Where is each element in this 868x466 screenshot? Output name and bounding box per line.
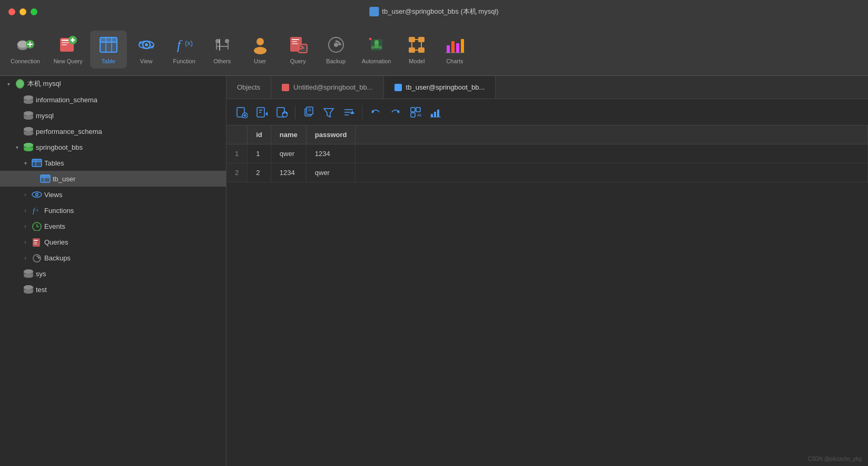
col-row-num — [226, 125, 248, 144]
toolbar-view[interactable]: View — [128, 31, 165, 69]
user-label: User — [254, 58, 266, 64]
cell-row-1-num: 1 — [226, 144, 248, 163]
model-icon — [407, 35, 427, 55]
others-label: Others — [213, 58, 231, 64]
svg-rect-58 — [447, 45, 450, 53]
backups-icon — [32, 253, 42, 263]
chevron-events — [21, 222, 29, 230]
perf-schema-label: performance_schema — [36, 128, 102, 135]
toolbar-charts[interactable]: Charts — [436, 31, 473, 69]
tabs-bar: Objects Untitled@springboot_bb... tb_use… — [226, 76, 868, 99]
toolbar-connection[interactable]: Connection — [4, 31, 46, 69]
svg-rect-59 — [451, 41, 455, 53]
query-label: Query — [290, 58, 306, 64]
functions-icon: f x — [32, 205, 42, 216]
redo-btn[interactable] — [387, 103, 405, 121]
events-label: Events — [44, 222, 65, 230]
toolbar-function[interactable]: f (x) Function — [166, 31, 203, 69]
svg-rect-130 — [411, 113, 415, 117]
filter-btn[interactable] — [320, 103, 338, 121]
sidebar-item-functions[interactable]: f x Functions — [0, 202, 226, 218]
chevron-backups — [21, 254, 29, 262]
import-btn[interactable] — [233, 103, 251, 121]
svg-rect-49 — [369, 38, 371, 38]
col-id[interactable]: id — [248, 125, 271, 144]
model-label: Model — [409, 58, 425, 64]
local-mysql-icon — [15, 79, 25, 89]
col-password[interactable]: password — [306, 125, 356, 144]
automation-icon — [367, 35, 387, 55]
table-container[interactable]: id name password 1 1 qwer 1234 — [226, 125, 868, 466]
sidebar-item-tb-user[interactable]: tb_user — [0, 171, 226, 187]
table-icon — [98, 35, 119, 55]
svg-point-26 — [225, 39, 229, 43]
chart-view-btn[interactable] — [427, 103, 445, 121]
sidebar-item-springboot-bbs[interactable]: springboot_bbs — [0, 139, 226, 155]
copy-btn[interactable] — [300, 103, 318, 121]
main-content: 本机 mysql information_schema — [0, 76, 868, 466]
svg-point-42 — [334, 43, 338, 47]
svg-point-46 — [371, 46, 374, 49]
svg-marker-113 — [265, 112, 268, 116]
svg-text:ABC: ABC — [417, 113, 421, 117]
table-row[interactable]: 2 2 1234 qwer — [226, 163, 868, 182]
export-btn[interactable] — [253, 103, 271, 121]
toolbar-backup[interactable]: Backup — [318, 31, 354, 69]
sidebar-item-tables[interactable]: Tables — [0, 155, 226, 171]
toolbar-others[interactable]: Others — [204, 31, 241, 69]
queries-icon — [32, 237, 42, 247]
sidebar-item-views[interactable]: Views — [0, 187, 226, 202]
action-sep-2 — [362, 105, 362, 119]
sidebar-item-events[interactable]: Events — [0, 218, 226, 234]
sidebar-item-local-mysql[interactable]: 本机 mysql — [0, 76, 226, 92]
refresh-btn[interactable] — [273, 103, 291, 121]
sidebar-item-queries[interactable]: Queries — [0, 234, 226, 250]
svg-rect-8 — [62, 44, 67, 45]
tab-objects[interactable]: Objects — [226, 76, 271, 99]
tb-user-label: tb_user — [53, 175, 75, 183]
toolbar-user[interactable]: User — [242, 31, 279, 69]
mysql-label: mysql — [36, 112, 54, 120]
sidebar-item-backups[interactable]: Backups — [0, 250, 226, 266]
sort-btn[interactable] — [340, 103, 358, 121]
sidebar-item-sys[interactable]: sys — [0, 266, 226, 281]
db-springboot-icon — [23, 142, 34, 152]
table-row[interactable]: 1 1 qwer 1234 — [226, 144, 868, 163]
svg-rect-52 — [409, 47, 415, 53]
tb-user-tab-icon — [394, 84, 402, 91]
sidebar-item-performance-schema[interactable]: performance_schema — [0, 123, 226, 139]
cell-row-2-password: qwer — [306, 163, 356, 182]
cell-row-1-id: 1 — [248, 144, 271, 163]
tab-tb-user[interactable]: tb_user@springboot_bb... — [384, 76, 496, 99]
maximize-button[interactable] — [31, 8, 37, 15]
sidebar-item-information-schema[interactable]: information_schema — [0, 92, 226, 108]
sidebar-item-mysql[interactable]: mysql — [0, 108, 226, 123]
minimize-button[interactable] — [19, 8, 26, 15]
chevron-springboot-bbs — [13, 143, 21, 151]
svg-rect-34 — [292, 39, 299, 40]
grid-btn[interactable]: ABC — [407, 103, 425, 121]
cell-row-1-name: qwer — [271, 144, 306, 163]
svg-point-25 — [215, 39, 220, 43]
springboot-bbs-label: springboot_bbs — [36, 143, 83, 151]
svg-point-69 — [24, 111, 33, 115]
svg-rect-61 — [461, 39, 464, 53]
chevron-views — [21, 190, 29, 199]
toolbar-automation[interactable]: Automation — [356, 31, 398, 69]
tab-untitled[interactable]: Untitled@springboot_bb... — [271, 76, 384, 99]
toolbar-new-query[interactable]: New Query — [47, 31, 89, 69]
right-panel: Objects Untitled@springboot_bb... tb_use… — [226, 76, 868, 466]
svg-point-47 — [379, 46, 382, 49]
svg-point-72 — [24, 127, 33, 131]
tb-user-tab-label: tb_user@springboot_bb... — [406, 83, 485, 91]
svg-text:(x): (x) — [185, 39, 193, 47]
undo-btn[interactable] — [367, 103, 384, 121]
sidebar-item-test[interactable]: test — [0, 281, 226, 297]
toolbar-table[interactable]: Table — [90, 31, 127, 69]
col-name[interactable]: name — [271, 125, 306, 144]
svg-rect-35 — [292, 41, 297, 42]
svg-point-66 — [24, 95, 33, 100]
toolbar-model[interactable]: Model — [398, 31, 435, 69]
close-button[interactable] — [8, 8, 15, 15]
toolbar-query[interactable]: Query — [280, 31, 317, 69]
